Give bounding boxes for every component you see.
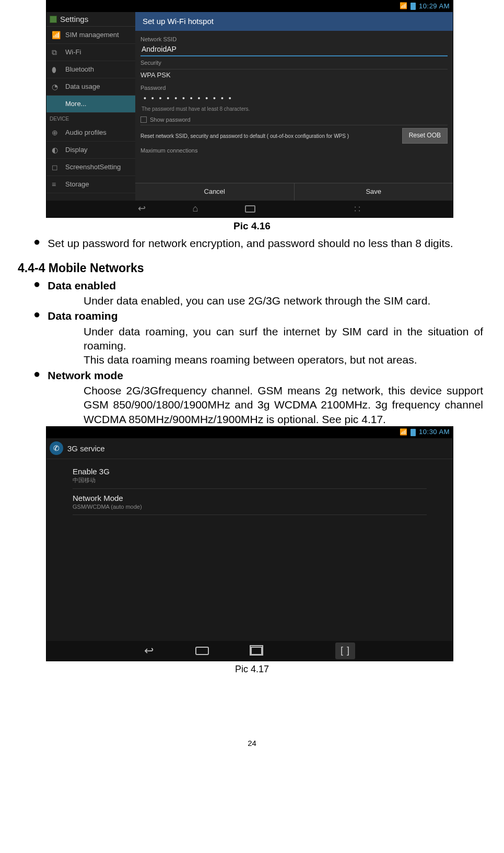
sidebar-item-label: Data usage [65,83,100,91]
show-password-label: Show password [150,116,191,123]
subheading: Data roaming [48,309,483,323]
home-icon[interactable] [195,647,209,655]
sidebar-item-data-usage[interactable]: ◔ Data usage [46,78,135,96]
sidebar-item-label: ScreenshotSetting [65,163,121,172]
screen-title-row: ✆ 3G service [46,438,453,459]
settings-icon [50,16,57,23]
nav-bar: ↩ [ ] [46,641,453,661]
item-subtitle: 中国移动 [73,476,427,484]
sidebar-item-label: Bluetooth [65,65,94,74]
sidebar-section-device: DEVICE [46,113,135,124]
page-number: 24 [21,738,483,749]
settings-title-label: Settings [60,14,88,25]
expand-icon[interactable]: [ ] [335,642,355,659]
clock: 10:29 AM [419,2,450,11]
sidebar-item-label: Wi-Fi [65,48,81,57]
sidebar-item-storage[interactable]: ≡ Storage [46,176,135,193]
item-subtitle: GSM/WCDMA (auto mode) [73,503,427,510]
body-text: Choose 2G/3Gfrequency channel. GSM means… [84,383,483,426]
item-title: Enable 3G [73,466,427,477]
item-title: Network Mode [73,493,427,504]
signal-icon: 📶 [400,428,407,437]
clock: 10:30 AM [419,428,450,437]
security-select[interactable]: WPA PSK [140,69,448,81]
ssid-input[interactable]: AndroidAP [140,43,448,56]
wifi-icon: ⧉ [52,48,60,57]
usage-icon: ◔ [52,82,60,91]
expand-icon[interactable]: ⸬ [355,204,361,215]
battery-icon [411,3,416,10]
display-icon: ◐ [52,145,60,155]
status-bar: 📶 10:29 AM [46,1,453,12]
hotspot-dialog: Set up Wi-Fi hotspot Network SSID Androi… [135,12,453,201]
password-label: Password [140,84,448,91]
sidebar-item-label: Storage [65,180,89,189]
storage-icon: ≡ [52,180,60,189]
list-item-enable-3g[interactable]: Enable 3G 中国移动 [73,462,427,489]
bullet-icon: ● [33,368,40,382]
back-icon[interactable]: ↩ [138,203,146,215]
sidebar-item-label: Display [65,146,88,155]
nav-bar: ↩ ⌂ ⸬ [46,201,453,217]
caption-figure-2: Pic 4.17 [21,663,483,675]
sim-icon: 📶 [52,30,60,40]
subheading: Network mode [48,368,483,382]
battery-icon [411,429,416,436]
cancel-button[interactable]: Cancel [135,183,295,201]
bullet-icon: ● [33,309,40,323]
max-conn-label: Maximum connections [140,147,448,154]
recent-icon[interactable] [251,647,262,655]
home-icon[interactable]: ⌂ [193,203,198,215]
screenshot-3g-service: 📶 10:30 AM ✆ 3G service Enable 3G 中国移动 N… [46,426,453,661]
sidebar-item-label: Audio profiles [65,128,107,137]
screenshot-icon: ◻ [52,162,60,172]
body-text: This data roaming means roaming between … [84,353,483,367]
audio-icon: ⊕ [52,128,60,137]
sidebar-item-audio[interactable]: ⊕ Audio profiles [46,124,135,142]
bluetooth-icon: ⬮ [52,65,60,74]
phone-icon: ✆ [50,441,63,455]
sidebar-item-display[interactable]: ◐ Display [46,142,135,159]
body-text: Set up password for network encryption, … [48,236,483,250]
reset-text: Reset network SSID, security and passwor… [140,133,398,139]
password-hint: The password must have at least 8 charac… [142,106,448,112]
dialog-title: Set up Wi-Fi hotspot [135,12,453,31]
sidebar-item-label: SIM management [65,31,119,40]
screenshot-wifi-hotspot: 📶 10:29 AM Settings 📶 SIM management ⧉ W… [46,0,453,218]
sidebar-item-sim[interactable]: 📶 SIM management [46,27,135,44]
sidebar-item-wifi[interactable]: ⧉ Wi-Fi [46,44,135,61]
recent-icon[interactable] [245,205,255,213]
back-icon[interactable]: ↩ [144,644,154,659]
sidebar-item-bluetooth[interactable]: ⬮ Bluetooth [46,61,135,78]
caption-figure-1: Pic 4.16 [21,220,483,233]
bullet-icon: ● [33,236,40,250]
settings-title: Settings [46,12,135,27]
section-heading: 4.4-4 Mobile Networks [18,261,483,276]
checkbox-icon [140,116,147,123]
body-text: Under data roaming, you can surf the int… [84,324,483,353]
subheading: Data enabled [48,278,483,293]
reset-oob-button[interactable]: Reset OOB [402,128,448,144]
password-input[interactable]: • • • • • • • • • • • • [140,91,448,105]
sidebar-item-more[interactable]: More... [46,96,135,113]
screen-title: 3G service [67,443,105,454]
show-password-checkbox[interactable]: Show password [140,114,448,125]
signal-icon: 📶 [400,2,407,10]
list-item-network-mode[interactable]: Network Mode GSM/WCDMA (auto mode) [73,489,427,516]
sidebar-item-screenshot[interactable]: ◻ ScreenshotSetting [46,159,135,176]
sidebar-item-label: More... [65,100,86,109]
body-text: Under data enabled, you can use 2G/3G ne… [84,294,483,308]
save-button[interactable]: Save [295,183,453,201]
status-bar: 📶 10:30 AM [46,427,453,438]
bullet-icon: ● [33,278,40,293]
security-label: Security [140,59,448,66]
ssid-label: Network SSID [140,36,448,43]
